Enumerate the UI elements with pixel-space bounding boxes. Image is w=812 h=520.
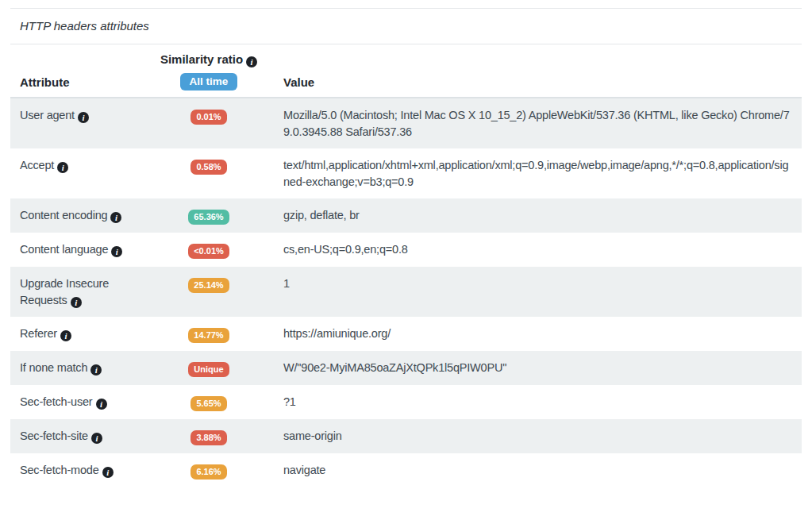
similarity-ratio-badge: 14.77% (188, 328, 229, 343)
http-headers-table: Attribute Similarity ratio All time Valu… (10, 44, 802, 487)
attribute-info-icon[interactable] (57, 162, 68, 173)
similarity-info-icon[interactable] (246, 56, 257, 67)
table-row: Sec-fetch-mode 6.16% navigate (10, 453, 802, 487)
attribute-info-icon[interactable] (111, 246, 122, 257)
table-row: Content language <0.01% cs,en-US;q=0.9,e… (10, 233, 802, 267)
attribute-value: navigate (264, 453, 802, 487)
table-row: Upgrade Insecure Requests 25.14% 1 (10, 267, 802, 317)
attribute-value: https://amiunique.org/ (264, 317, 802, 351)
similarity-column-header: Similarity ratio All time (153, 44, 264, 98)
table-row: Sec-fetch-user 5.65% ?1 (10, 385, 802, 419)
attribute-info-icon[interactable] (110, 212, 121, 223)
table-row: Accept 0.58% text/html,application/xhtml… (10, 148, 802, 198)
table-row: Referer 14.77% https://amiunique.org/ (10, 317, 802, 351)
table-header-row: Attribute Similarity ratio All time Valu… (10, 44, 802, 98)
attribute-value: text/html,application/xhtml+xml,applicat… (264, 148, 802, 198)
attribute-label: Sec-fetch-mode (20, 464, 99, 476)
headers-table-body: User agent 0.01% Mozilla/5.0 (Macintosh;… (10, 98, 802, 487)
value-column-header: Value (264, 44, 802, 98)
attribute-value: W/"90e2-MyiMA85oaZAjXtQPk1l5qPIW0PU" (264, 351, 802, 385)
attribute-label: Sec-fetch-site (20, 429, 88, 442)
attribute-column-header: Attribute (10, 44, 153, 98)
similarity-ratio-badge: <0.01% (188, 244, 229, 259)
attribute-info-icon[interactable] (78, 112, 89, 123)
attribute-label: Content encoding (20, 209, 107, 221)
attribute-info-icon[interactable] (96, 399, 107, 410)
attribute-info-icon[interactable] (90, 364, 102, 376)
attribute-value: ?1 (264, 385, 802, 419)
attribute-value: cs,en-US;q=0.9,en;q=0.8 (264, 233, 802, 267)
attribute-label: Accept (20, 159, 54, 171)
similarity-ratio-badge: 5.65% (190, 396, 226, 411)
attribute-label: If none match (20, 361, 87, 374)
attribute-info-icon[interactable] (60, 330, 71, 341)
attribute-info-icon[interactable] (71, 297, 82, 308)
attribute-value: Mozilla/5.0 (Macintosh; Intel Mac OS X 1… (264, 98, 802, 148)
table-row: User agent 0.01% Mozilla/5.0 (Macintosh;… (10, 98, 802, 148)
attribute-label: Referer (20, 327, 57, 340)
all-time-filter-badge[interactable]: All time (180, 73, 238, 91)
attribute-label: Content language (20, 243, 108, 256)
http-headers-panel: HTTP headers attributes Attribute Simila… (10, 8, 802, 487)
table-row: Sec-fetch-site 3.88% same-origin (10, 419, 802, 453)
attribute-value: gzip, deflate, br (264, 198, 802, 233)
attribute-value: 1 (264, 267, 802, 317)
attribute-value: same-origin (264, 419, 802, 453)
similarity-ratio-badge: 0.01% (190, 110, 226, 125)
panel-title: HTTP headers attributes (10, 9, 802, 44)
similarity-ratio-badge: 0.58% (190, 160, 226, 175)
table-row: Content encoding 65.36% gzip, deflate, b… (10, 198, 802, 233)
similarity-ratio-badge: 65.36% (188, 210, 229, 225)
similarity-ratio-label: Similarity ratio (160, 52, 243, 66)
table-row: If none match Unique W/"90e2-MyiMA85oaZA… (10, 351, 802, 385)
attribute-label: User agent (20, 109, 75, 121)
similarity-ratio-badge: 3.88% (190, 430, 226, 445)
attribute-info-icon[interactable] (102, 467, 114, 478)
similarity-ratio-badge: 25.14% (188, 278, 229, 293)
similarity-ratio-badge: 6.16% (190, 464, 226, 480)
similarity-ratio-badge: Unique (188, 362, 229, 377)
attribute-info-icon[interactable] (91, 433, 102, 444)
attribute-label: Sec-fetch-user (20, 395, 93, 408)
attribute-label: Upgrade Insecure Requests (20, 277, 109, 306)
